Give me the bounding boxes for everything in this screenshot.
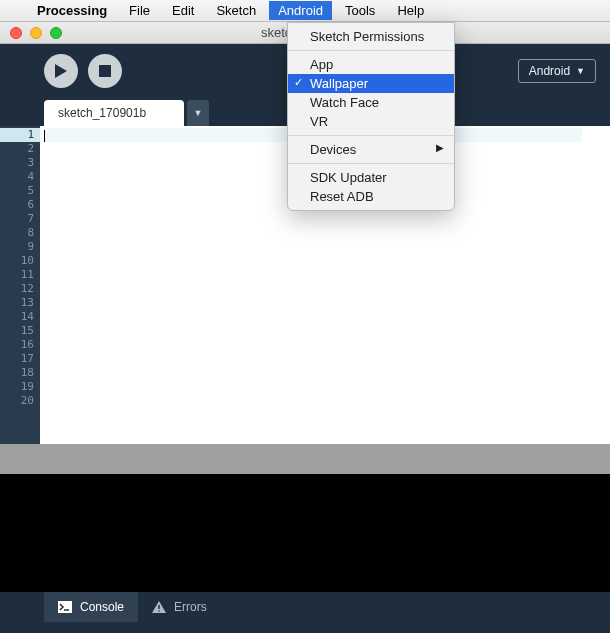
console-output bbox=[0, 474, 610, 592]
menu-app[interactable]: Processing bbox=[28, 1, 116, 20]
close-window-button[interactable] bbox=[10, 27, 22, 39]
line-number: 9 bbox=[0, 240, 34, 254]
line-number: 10 bbox=[0, 254, 34, 268]
menu-sketch[interactable]: Sketch bbox=[207, 1, 265, 20]
menu-separator bbox=[288, 50, 454, 51]
text-cursor bbox=[44, 130, 45, 142]
line-number: 13 bbox=[0, 296, 34, 310]
line-number: 1 bbox=[0, 128, 40, 142]
code-line[interactable] bbox=[44, 352, 582, 366]
menu-item-watch-face[interactable]: Watch Face bbox=[288, 93, 454, 112]
line-number: 11 bbox=[0, 268, 34, 282]
svg-rect-1 bbox=[99, 65, 111, 77]
code-line[interactable] bbox=[44, 240, 582, 254]
stop-icon bbox=[99, 65, 111, 77]
bottom-fill bbox=[0, 622, 610, 633]
chevron-down-icon: ▼ bbox=[576, 66, 585, 76]
minimize-window-button[interactable] bbox=[30, 27, 42, 39]
tab-label: sketch_170901b bbox=[58, 106, 146, 120]
menu-item-reset-adb[interactable]: Reset ADB bbox=[288, 187, 454, 206]
line-number: 5 bbox=[0, 184, 34, 198]
svg-rect-2 bbox=[58, 601, 72, 613]
code-line[interactable] bbox=[44, 338, 582, 352]
svg-point-6 bbox=[158, 610, 160, 612]
tab-menu-button[interactable]: ▼ bbox=[187, 100, 209, 126]
line-number: 12 bbox=[0, 282, 34, 296]
code-line[interactable] bbox=[44, 324, 582, 338]
zoom-window-button[interactable] bbox=[50, 27, 62, 39]
menu-android[interactable]: Android bbox=[269, 1, 332, 20]
chevron-right-icon: ▶ bbox=[436, 142, 444, 153]
line-number: 2 bbox=[0, 142, 34, 156]
code-line[interactable] bbox=[44, 310, 582, 324]
menu-item-wallpaper[interactable]: Wallpaper bbox=[288, 74, 454, 93]
tab-errors[interactable]: Errors bbox=[138, 592, 221, 622]
line-number: 20 bbox=[0, 394, 34, 408]
mode-selector[interactable]: Android ▼ bbox=[518, 59, 596, 83]
tab-console-label: Console bbox=[80, 600, 124, 614]
menu-item-sketch-permissions[interactable]: Sketch Permissions bbox=[288, 27, 454, 46]
line-number: 3 bbox=[0, 156, 34, 170]
android-menu-dropdown: Sketch PermissionsAppWallpaperWatch Face… bbox=[287, 22, 455, 211]
line-number: 17 bbox=[0, 352, 34, 366]
code-line[interactable] bbox=[44, 282, 582, 296]
code-line[interactable] bbox=[44, 380, 582, 394]
line-number: 18 bbox=[0, 366, 34, 380]
run-button[interactable] bbox=[44, 54, 78, 88]
menu-item-app[interactable]: App bbox=[288, 55, 454, 74]
menu-file[interactable]: File bbox=[120, 1, 159, 20]
code-line[interactable] bbox=[44, 226, 582, 240]
menu-edit[interactable]: Edit bbox=[163, 1, 203, 20]
menu-item-vr[interactable]: VR bbox=[288, 112, 454, 131]
split-handle[interactable] bbox=[0, 444, 610, 474]
warning-icon bbox=[152, 601, 166, 613]
svg-marker-0 bbox=[55, 64, 67, 78]
mac-menubar: Processing File Edit Sketch Android Tool… bbox=[0, 0, 610, 22]
menu-tools[interactable]: Tools bbox=[336, 1, 384, 20]
code-line[interactable] bbox=[44, 394, 582, 408]
line-number: 19 bbox=[0, 380, 34, 394]
traffic-lights bbox=[0, 27, 62, 39]
line-number: 16 bbox=[0, 338, 34, 352]
menu-help[interactable]: Help bbox=[388, 1, 433, 20]
tab-errors-label: Errors bbox=[174, 600, 207, 614]
chevron-down-icon: ▼ bbox=[194, 108, 203, 118]
line-number: 14 bbox=[0, 310, 34, 324]
line-gutter: 1234567891011121314151617181920 bbox=[0, 126, 40, 444]
code-line[interactable] bbox=[44, 254, 582, 268]
code-line[interactable] bbox=[44, 212, 582, 226]
line-number: 8 bbox=[0, 226, 34, 240]
console-icon bbox=[58, 601, 72, 613]
bottom-tabs: Console Errors bbox=[0, 592, 610, 622]
line-number: 15 bbox=[0, 324, 34, 338]
stop-button[interactable] bbox=[88, 54, 122, 88]
mode-label: Android bbox=[529, 64, 570, 78]
menu-separator bbox=[288, 163, 454, 164]
code-line[interactable] bbox=[44, 268, 582, 282]
play-icon bbox=[55, 64, 67, 78]
menu-item-devices[interactable]: Devices▶ bbox=[288, 140, 454, 159]
line-number: 6 bbox=[0, 198, 34, 212]
sketch-tab[interactable]: sketch_170901b bbox=[44, 100, 184, 126]
line-number: 7 bbox=[0, 212, 34, 226]
tab-console[interactable]: Console bbox=[44, 592, 138, 622]
menu-separator bbox=[288, 135, 454, 136]
menu-item-sdk-updater[interactable]: SDK Updater bbox=[288, 168, 454, 187]
code-line[interactable] bbox=[44, 296, 582, 310]
code-line[interactable] bbox=[44, 366, 582, 380]
line-number: 4 bbox=[0, 170, 34, 184]
